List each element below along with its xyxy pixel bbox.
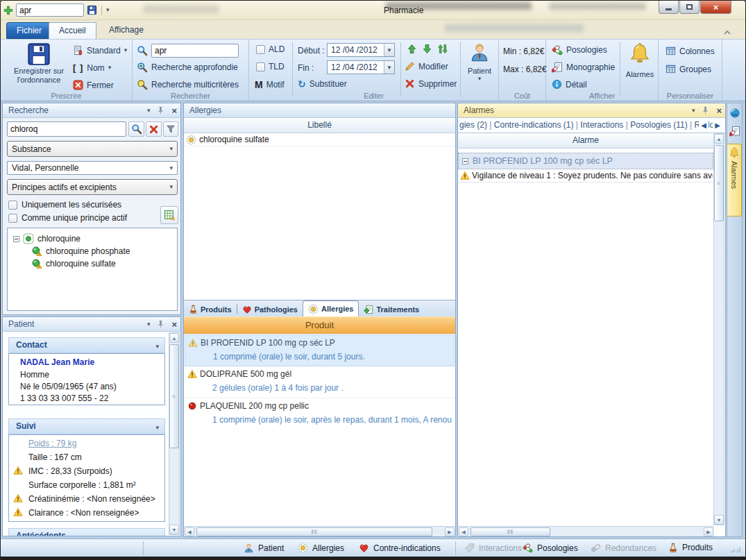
chevron-down-icon[interactable]: ▼ (384, 61, 394, 74)
scroll-up-icon[interactable]: ▲ (714, 134, 724, 144)
status-patient[interactable]: Patient (244, 543, 284, 553)
groupes-button[interactable]: Groupes (666, 64, 711, 74)
alarmes-side-tab[interactable]: Alarmes (727, 144, 742, 217)
allergy-row[interactable]: chloroquine sulfate (184, 133, 455, 146)
group-collapse-icon[interactable] (462, 158, 468, 164)
posologies-button[interactable]: Posologies (552, 44, 607, 56)
status-produits[interactable]: Produits (668, 543, 713, 552)
search-go-button[interactable] (128, 121, 144, 137)
scroll-left-icon[interactable]: ◀ (459, 527, 468, 536)
produit-row[interactable]: BI PROFENID LP 100 mg cp séc LP 1 compri… (185, 334, 455, 366)
panel-menu-icon[interactable]: ▾ (147, 108, 151, 114)
ald-checkbox-row[interactable]: ALD (256, 44, 285, 54)
move-down-icon[interactable] (422, 44, 432, 54)
tree-node-child[interactable]: chloroquine phosphate (31, 246, 130, 257)
modifier-button[interactable]: Modifier (405, 61, 448, 71)
scroll-thumb[interactable]: ⦀⦀ (196, 527, 432, 536)
monographie-button[interactable]: Monographie (552, 62, 615, 73)
detail-sphere-icon[interactable] (729, 108, 740, 119)
alarm-scrollbar[interactable]: ▲ ≡ ▼ (713, 133, 724, 525)
contact-section-header[interactable]: Contact ▾ (8, 337, 165, 353)
status-allergies[interactable]: Allergies (298, 543, 344, 553)
alarm-tab[interactable]: gies (2) (459, 120, 487, 130)
alarm-tab[interactable]: Posologies (11) (623, 120, 687, 130)
produit-column-header[interactable]: Produit (184, 316, 455, 334)
tab-fichier[interactable]: Fichier (6, 22, 52, 39)
substituer-button[interactable]: ↻ Substituer (298, 79, 347, 89)
patient-button[interactable]: Patient ▾ (463, 42, 496, 82)
minimize-button[interactable] (659, 1, 679, 14)
move-both-icon[interactable] (437, 44, 448, 54)
securisees-checkbox-row[interactable]: Uniquement les sécurisées (8, 200, 121, 210)
panel-menu-icon[interactable]: ▾ (692, 108, 695, 114)
scroll-thumb[interactable]: ≡ (714, 145, 724, 221)
scroll-right-icon[interactable]: ▶ (704, 527, 713, 536)
scroll-thumb[interactable]: ≡ (169, 344, 179, 448)
qat-dropdown-icon[interactable]: ▾ (106, 7, 110, 13)
supprimer-button[interactable]: Supprimer (405, 78, 457, 89)
enregistrer-ordonnance-button[interactable]: Enregistrer sur l'ordonnance (8, 42, 70, 85)
substance-dropdown[interactable]: Substance▾ (7, 141, 178, 157)
standard-button[interactable]: Standard▾ (73, 45, 127, 56)
tabs-scroll-right-icon[interactable]: ▶ (713, 118, 722, 133)
status-posologies[interactable]: Posologies (523, 543, 578, 553)
alarm-row[interactable]: Vigilance de niveau 1 : Soyez prudents. … (459, 169, 713, 183)
panel-close-icon[interactable]: × (171, 106, 177, 115)
fin-date-picker[interactable]: 12 /04 /2012 ▼ (327, 60, 395, 74)
search-icon[interactable] (137, 45, 148, 56)
pin-icon[interactable] (701, 106, 710, 115)
scroll-up-icon[interactable]: ▲ (169, 333, 179, 343)
colonnes-button[interactable]: Colonnes (666, 46, 715, 56)
ald-checkbox[interactable] (256, 45, 265, 54)
motif-button[interactable]: MMotif (255, 79, 285, 90)
tab-affichage[interactable]: Affichage (99, 22, 153, 39)
libelle-column-header[interactable]: Libellé (184, 118, 455, 133)
tab-accueil[interactable]: Accueil (49, 22, 96, 39)
alarm-tab[interactable]: Contre-indications (1) (487, 120, 574, 130)
tabs-scroll-left-icon[interactable]: ◀ (699, 118, 709, 133)
pin-icon[interactable] (156, 106, 165, 115)
resize-grip[interactable]: ⣠⣴ (730, 545, 742, 552)
alarm-group-row[interactable]: BI PROFENID LP 100 mg cp séc LP (459, 153, 713, 169)
recherche-search-input[interactable] (7, 121, 126, 137)
panel-menu-icon[interactable]: ▾ (147, 321, 151, 328)
tld-checkbox-row[interactable]: TLD (256, 62, 285, 71)
tab-produits[interactable]: Produits (184, 302, 237, 316)
alarm-tab[interactable]: Interactions (574, 120, 624, 130)
tree-node-root[interactable]: chloroquine (13, 233, 80, 244)
alarm-category-tabs[interactable]: gies (2)Contre-indications (1)Interactio… (458, 118, 725, 133)
antecedents-section-header[interactable]: Antécédents ▾ (8, 528, 165, 536)
patient-scrollbar[interactable]: ▲ ≡ ▼ (169, 332, 180, 535)
tree-collapse-icon[interactable] (13, 236, 19, 242)
tld-checkbox[interactable] (256, 62, 265, 71)
nom-button[interactable]: [ ] Nom▾ (73, 62, 111, 73)
restore-button[interactable] (679, 1, 700, 14)
panel-close-icon[interactable]: × (171, 320, 177, 329)
source-dropdown[interactable]: Vidal, Personnelle▾ (7, 161, 178, 175)
securisees-checkbox[interactable] (8, 201, 17, 210)
new-plus-icon[interactable] (3, 6, 13, 15)
scroll-right-icon[interactable]: ▶ (445, 527, 455, 536)
monographie-icon[interactable] (729, 126, 740, 137)
scroll-down-icon[interactable]: ▼ (714, 515, 724, 525)
scroll-thumb[interactable]: ⦀⦀ (471, 527, 550, 536)
save-icon[interactable] (87, 5, 97, 15)
pin-icon[interactable] (156, 320, 165, 329)
search-filter-button[interactable] (163, 121, 178, 137)
tree-node-child[interactable]: chloroquine sulfate (31, 258, 116, 269)
tab-traitements[interactable]: Traitements (359, 302, 424, 316)
status-contre-indications[interactable]: Contre-indications (359, 543, 441, 553)
close-button[interactable]: × (700, 1, 731, 14)
tab-allergies[interactable]: Allergies (303, 300, 359, 316)
produit-row[interactable]: PLAQUENIL 200 mg cp pellic 1 comprimé (o… (185, 398, 455, 430)
principe-actif-checkbox-row[interactable]: Comme unique principe actif (8, 213, 127, 223)
alarmes-button[interactable]: Alarmes (622, 42, 657, 79)
principe-actif-checkbox[interactable] (8, 214, 17, 223)
export-grid-button[interactable] (160, 206, 178, 224)
status-interactions[interactable]: Interactions (464, 543, 522, 553)
scroll-down-icon[interactable]: ▼ (169, 525, 179, 534)
debut-date-picker[interactable]: 12 /04 /2012 ▼ (327, 43, 395, 57)
alarm-hscrollbar[interactable]: ◀ ⦀⦀ ▶ (458, 526, 714, 536)
alarme-column-header[interactable]: Alarme (458, 133, 713, 149)
produit-row[interactable]: DOLIPRANE 500 mg gél 2 gélules (orale) 1… (185, 366, 455, 398)
